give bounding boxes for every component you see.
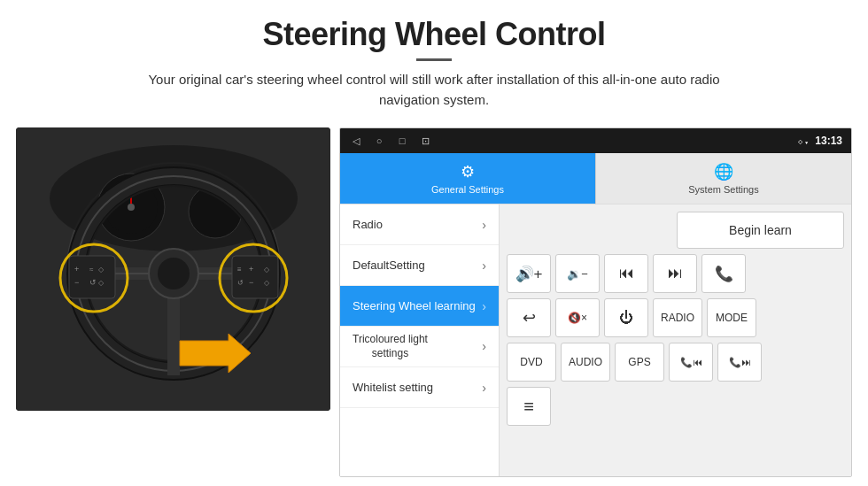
page-wrapper: Steering Wheel Control Your original car… [0, 0, 868, 486]
vol-up-button[interactable]: 🔊+ [507, 254, 551, 293]
control-row-1: 🔊+ 🔉− ⏮ ⏭ 📞 [507, 254, 844, 293]
begin-learn-button[interactable]: Begin learn [677, 212, 844, 249]
svg-text:◇: ◇ [264, 266, 270, 274]
mode-btn-label: MODE [716, 312, 748, 324]
status-bar-nav: ◁ ○ □ ⊡ [349, 134, 432, 148]
svg-rect-18 [69, 256, 115, 298]
next-button[interactable]: ⏭ [653, 254, 697, 293]
menu-item-radio[interactable]: Radio › [340, 204, 499, 245]
phone-next-icon: 📞⏭ [729, 357, 751, 368]
chevron-icon: › [482, 218, 486, 232]
svg-text:−: − [74, 278, 79, 287]
general-settings-icon: ⚙ [461, 162, 475, 181]
steering-label: Steering Wheel learning [353, 299, 476, 312]
status-bar-info: ⬦▾ 13:13 [797, 135, 842, 147]
tricoloured-label: Tricoloured lightsettings [353, 333, 428, 360]
gps-button[interactable]: GPS [615, 343, 664, 382]
back-icon: ↩ [523, 308, 536, 328]
radio-button[interactable]: RADIO [653, 298, 702, 337]
tab-bar: ⚙ General Settings 🌐 System Settings [340, 153, 851, 204]
default-label: DefaultSetting [353, 258, 425, 272]
vol-up-icon: 🔊+ [515, 265, 543, 283]
svg-text:↺: ↺ [89, 278, 97, 287]
status-bar: ◁ ○ □ ⊡ ⬦▾ 13:13 [340, 128, 851, 153]
svg-point-17 [158, 258, 190, 289]
nav-back-icon[interactable]: ◁ [349, 134, 363, 148]
chevron-icon: › [482, 381, 486, 395]
svg-text:↺: ↺ [237, 279, 244, 287]
menu-item-tricoloured[interactable]: Tricoloured lightsettings › [340, 327, 499, 367]
vol-down-button[interactable]: 🔉− [555, 254, 600, 293]
empty-cell [507, 212, 672, 249]
control-panel: Begin learn 🔊+ 🔉− ⏮ [500, 204, 851, 476]
android-ui: ◁ ○ □ ⊡ ⬦▾ 13:13 ⚙ General Settings 🌐 [339, 127, 852, 477]
next-icon: ⏭ [668, 265, 683, 282]
tab-system[interactable]: 🌐 System Settings [595, 153, 851, 204]
signal-icon: ⬦▾ [797, 135, 810, 147]
phone-button[interactable]: 📞 [701, 254, 746, 293]
audio-label: AUDIO [569, 356, 602, 368]
audio-button[interactable]: AUDIO [561, 343, 610, 382]
whitelist-label: Whitelist setting [353, 381, 433, 394]
title-divider [416, 58, 452, 61]
control-row-4: ≡ [507, 387, 844, 426]
control-row-2: ↩ 🔇× ⏻ RADIO MODE [507, 298, 844, 337]
phone-prev-button[interactable]: 📞⏮ [669, 343, 713, 382]
control-row-3: DVD AUDIO GPS 📞⏮ 📞⏭ [507, 343, 844, 382]
svg-rect-25 [232, 256, 278, 298]
mute-button[interactable]: 🔇× [555, 298, 600, 337]
list-icon: ≡ [523, 397, 534, 417]
back-button[interactable]: ↩ [507, 298, 551, 337]
prev-button[interactable]: ⏮ [604, 254, 648, 293]
radio-btn-label: RADIO [661, 312, 694, 324]
control-row-0: Begin learn [507, 212, 844, 249]
tab-general[interactable]: ⚙ General Settings [340, 153, 595, 204]
gps-label: GPS [628, 356, 650, 368]
chevron-icon: › [482, 299, 486, 313]
system-settings-label: System Settings [688, 184, 758, 195]
mute-icon: 🔇× [568, 312, 587, 324]
chevron-icon: › [482, 338, 486, 354]
steering-wheel-image: + ≈ − ↺ ◇ ◇ ≡ + ◇ ↺ − ◇ [16, 127, 330, 411]
svg-text:◇: ◇ [98, 266, 105, 274]
svg-text:+: + [74, 265, 79, 274]
general-settings-label: General Settings [431, 184, 504, 195]
nav-extra-icon[interactable]: ⊡ [418, 134, 432, 148]
nav-recent-icon[interactable]: □ [395, 134, 409, 148]
time-display: 13:13 [815, 135, 842, 147]
svg-text:−: − [249, 278, 253, 287]
phone-icon: 📞 [715, 265, 733, 283]
android-main: Radio › DefaultSetting › Steering Wheel … [340, 204, 851, 476]
svg-text:≈: ≈ [89, 266, 94, 274]
dvd-button[interactable]: DVD [507, 343, 556, 382]
prev-icon: ⏮ [619, 265, 634, 282]
mode-button[interactable]: MODE [707, 298, 756, 337]
content-area: + ≈ − ↺ ◇ ◇ ≡ + ◇ ↺ − ◇ [0, 119, 868, 486]
dvd-label: DVD [520, 356, 542, 368]
nav-home-icon[interactable]: ○ [372, 134, 386, 148]
menu-item-default[interactable]: DefaultSetting › [340, 245, 499, 286]
page-title: Steering Wheel Control [35, 16, 833, 53]
svg-point-5 [128, 204, 135, 211]
subtitle: Your original car's steering wheel contr… [124, 70, 744, 110]
header-section: Steering Wheel Control Your original car… [0, 0, 868, 119]
power-icon: ⏻ [619, 310, 633, 326]
svg-text:◇: ◇ [98, 279, 105, 287]
radio-label: Radio [353, 218, 383, 231]
power-button[interactable]: ⏻ [604, 298, 648, 337]
menu-list: Radio › DefaultSetting › Steering Wheel … [340, 204, 500, 476]
chevron-icon: › [482, 258, 486, 273]
vol-down-icon: 🔉− [567, 267, 588, 281]
svg-text:+: + [249, 265, 253, 274]
phone-prev-icon: 📞⏮ [680, 357, 702, 368]
system-settings-icon: 🌐 [714, 162, 733, 181]
list-button[interactable]: ≡ [507, 387, 551, 426]
phone-next-button[interactable]: 📞⏭ [717, 343, 762, 382]
menu-item-whitelist[interactable]: Whitelist setting › [340, 367, 499, 408]
svg-text:◇: ◇ [264, 279, 270, 287]
menu-item-steering[interactable]: Steering Wheel learning › [340, 286, 499, 327]
svg-text:≡: ≡ [237, 266, 242, 274]
